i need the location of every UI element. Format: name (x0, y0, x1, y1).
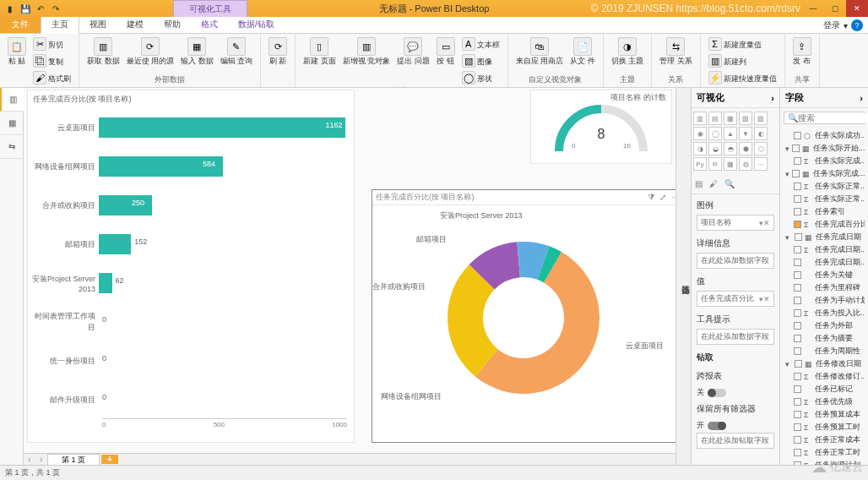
field-item[interactable]: 任务为关键 (784, 269, 865, 281)
viz-type-icon[interactable]: ◯ (708, 127, 722, 140)
field-item[interactable]: 任务为手动计划 (784, 294, 865, 307)
viz-type-icon[interactable]: ⋯ (754, 157, 768, 171)
details-field-well[interactable]: 在此处添加数据字段 (697, 253, 774, 269)
new-column-button[interactable]: ▥新建列 (706, 52, 779, 69)
field-item[interactable]: ▾▦任务实际完成... (784, 167, 865, 180)
checkbox[interactable] (795, 360, 802, 368)
checkbox[interactable] (794, 284, 801, 292)
checkbox[interactable] (794, 259, 801, 266)
close-icon[interactable]: ✕ (846, 0, 868, 17)
field-item[interactable]: ⬡任务实际成功... (784, 129, 865, 142)
field-item[interactable]: ▾▦任务实际开始... (784, 142, 865, 155)
format-tab-icon[interactable]: 🖌 (709, 179, 718, 188)
field-item[interactable]: Σ任务预算工时 (784, 421, 865, 434)
chevron-down-icon[interactable]: ▾ (785, 170, 789, 178)
from-file-button[interactable]: 📄从文 件 (567, 35, 598, 67)
checkbox[interactable] (794, 347, 801, 355)
chevron-right-icon[interactable]: › (771, 93, 774, 103)
shapes-button[interactable]: ◯形状 (459, 69, 502, 86)
checkbox[interactable] (794, 335, 801, 342)
checkbox[interactable] (794, 208, 801, 215)
field-item[interactable]: Σ任务索引 (784, 205, 865, 218)
checkbox[interactable] (794, 132, 801, 139)
format-painter-button[interactable]: 🖌格式刷 (30, 69, 73, 86)
report-view-button[interactable]: ▥ (0, 88, 24, 112)
field-item[interactable]: Σ任务优先级 (784, 395, 865, 408)
minimize-icon[interactable]: — (802, 0, 824, 17)
field-item[interactable]: 任务完成日期... (784, 256, 865, 269)
field-item[interactable]: Σ任务修改修订... (784, 370, 865, 383)
field-item[interactable]: Σ任务完成日期... (784, 243, 865, 256)
get-data-button[interactable]: ▥获取 数据 (84, 35, 122, 67)
checkbox[interactable] (792, 170, 800, 177)
ask-question-button[interactable]: 💬提出 问题 (394, 35, 432, 86)
viz-type-icon[interactable]: ▦ (724, 157, 737, 171)
enter-data-button[interactable]: ▦输入 数据 (178, 35, 216, 67)
new-visual-button[interactable]: ▥新增视 觉对象 (340, 35, 393, 86)
filters-pane-collapsed[interactable]: 筛选器 (675, 88, 691, 465)
viz-type-icon[interactable]: ▼ (739, 127, 752, 140)
field-item[interactable]: Σ任务实际正常... (784, 193, 865, 205)
viz-type-icon[interactable]: ▤ (708, 112, 722, 125)
field-item[interactable]: Σ任务预算成本 (784, 408, 865, 421)
checkbox[interactable] (794, 411, 801, 418)
donut-visual[interactable]: 任务完成百分比(按 项目名称) ⧩ ⤢ ⋯ 安装Project Server 2… (372, 189, 675, 443)
viz-type-icon[interactable]: ◐ (754, 127, 768, 140)
focus-icon[interactable]: ⤢ (659, 193, 666, 203)
viz-type-icon[interactable]: ▲ (724, 127, 737, 140)
tab-view[interactable]: 视图 (79, 16, 117, 33)
viz-type-icon[interactable]: R (708, 157, 722, 171)
viz-type-icon[interactable]: ◉ (693, 127, 707, 140)
manage-rel-button[interactable]: ⇆管理 关系 (657, 35, 695, 67)
viz-type-icon[interactable]: ▥ (693, 112, 707, 125)
save-icon[interactable]: 💾 (19, 2, 32, 15)
chevron-right-icon[interactable]: › (860, 93, 863, 103)
viz-type-icon[interactable]: Py (693, 157, 707, 171)
tab-help[interactable]: 帮助 (154, 16, 191, 33)
viz-type-icon[interactable]: ▨ (754, 112, 768, 125)
checkbox[interactable] (794, 195, 801, 203)
filter-icon[interactable]: ⧩ (648, 193, 654, 203)
values-field-well[interactable]: 任务完成百分比▾✕ (697, 291, 774, 307)
report-canvas[interactable]: 任务完成百分比(按 项目名称) 云桌面项目1162网络设备组网项目584合并或收… (24, 88, 675, 453)
image-button[interactable]: ▧图像 (459, 52, 502, 69)
page-tab[interactable]: 第 1 页 (47, 454, 100, 466)
buttons-button[interactable]: ▭按 钮 (434, 35, 458, 86)
analytics-tab-icon[interactable]: 🔍 (724, 179, 735, 188)
fields-tab-icon[interactable]: ▤ (695, 179, 703, 188)
checkbox[interactable] (794, 183, 801, 190)
checkbox[interactable] (794, 385, 801, 393)
viz-type-icon[interactable]: ▦ (724, 112, 737, 125)
checkbox[interactable] (792, 145, 800, 152)
field-item[interactable]: Σ任务为投入比... (784, 307, 865, 319)
tab-data-drill[interactable]: 数据/钻取 (228, 16, 285, 33)
field-item[interactable]: 任务为里程碑 (784, 281, 865, 294)
checkbox[interactable] (794, 373, 801, 380)
new-measure-button[interactable]: Σ新建度量值 (706, 35, 779, 52)
redo-icon[interactable]: ↷ (49, 2, 62, 15)
field-item[interactable]: Σ任务实际完成... (784, 155, 865, 167)
field-item[interactable]: Σ任务正常成本 (784, 434, 865, 446)
checkbox[interactable] (794, 449, 801, 456)
chevron-down-icon[interactable]: ▾ (785, 145, 789, 153)
viz-type-icon[interactable]: ▧ (739, 112, 752, 125)
prev-page-icon[interactable]: ‹ (24, 455, 35, 464)
next-page-icon[interactable]: › (35, 455, 47, 464)
checkbox[interactable] (794, 309, 801, 317)
field-item[interactable]: Σ任务实际正常... (784, 180, 865, 193)
marketplace-button[interactable]: 🛍来自应 用商店 (513, 35, 567, 67)
viz-type-icon[interactable]: ⬢ (739, 142, 752, 155)
recent-sources-button[interactable]: ⟳最近使 用的源 (124, 35, 177, 67)
copy-button[interactable]: ⿻复制 (30, 52, 73, 69)
checkbox[interactable] (794, 297, 801, 304)
add-page-button[interactable]: + (101, 455, 118, 464)
field-item[interactable]: ▾▦任务修改日期 (784, 357, 865, 370)
search-input[interactable] (798, 113, 868, 123)
field-item[interactable]: Σ任务正常工时 (784, 446, 865, 459)
checkbox[interactable] (794, 423, 801, 431)
viz-type-icon[interactable]: ◓ (724, 142, 737, 155)
chevron-down-icon[interactable]: ▾✕ (759, 219, 770, 227)
checkbox[interactable] (794, 322, 801, 330)
tab-home[interactable]: 主页 (41, 15, 79, 34)
checkbox[interactable] (794, 221, 801, 228)
